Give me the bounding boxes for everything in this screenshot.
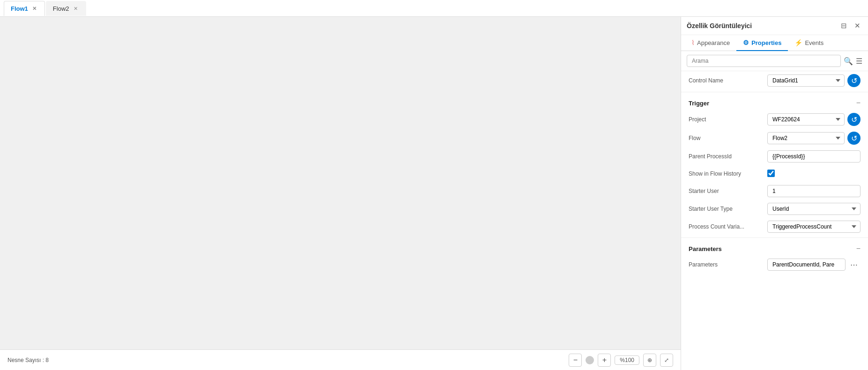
show-history-label: Show in Flow History: [689, 170, 764, 177]
trigger-label: Trigger: [689, 100, 709, 107]
zoom-out-button[interactable]: −: [569, 354, 582, 367]
flow-refresh[interactable]: ↺: [847, 132, 861, 145]
project-label: Project: [689, 116, 764, 123]
zoom-value: %100: [615, 355, 639, 365]
appearance-tab-icon: ⌇: [691, 39, 695, 46]
parent-processid-value-wrapper: [767, 150, 861, 163]
zoom-center-dot: [586, 356, 594, 364]
divider-2: [681, 237, 868, 238]
zoom-in-button[interactable]: +: [598, 354, 611, 367]
canvas-wrapper[interactable]: Doküman 1: [0, 17, 681, 370]
starter-user-type-select[interactable]: UserId: [767, 203, 861, 215]
project-select[interactable]: WF220624: [767, 113, 845, 126]
parameters-value-wrapper: ⋯: [767, 259, 861, 271]
project-row: Project WF220624 ↺: [681, 110, 868, 129]
events-tab-icon: ⚡: [794, 39, 802, 46]
process-count-label: Process Count Varia...: [689, 223, 764, 230]
control-name-label: Control Name: [689, 77, 764, 84]
panel-header-icons: ⊟ ✕: [839, 21, 862, 31]
right-panel: Özellik Görüntüleyici ⊟ ✕ ⌇ Appearance ⚙…: [681, 17, 868, 370]
tab-appearance[interactable]: ⌇ Appearance: [685, 35, 736, 51]
parent-processid-label: Parent ProcessId: [689, 153, 764, 160]
trigger-collapse-btn[interactable]: −: [856, 99, 861, 107]
tab-events[interactable]: ⚡ Events: [788, 35, 830, 51]
panel-pin-button[interactable]: ⊟: [839, 21, 849, 31]
starter-user-type-row: Starter User Type UserId: [681, 200, 868, 218]
control-name-refresh[interactable]: ↺: [847, 74, 861, 87]
flow-label: Flow: [689, 135, 764, 141]
parameters-section-header: Parameters −: [681, 240, 868, 256]
flow-value-wrapper: Flow2 ↺: [767, 132, 861, 145]
object-count: Nesne Sayısı : 8: [7, 357, 49, 363]
starter-user-input[interactable]: [767, 185, 861, 197]
starter-user-type-label: Starter User Type: [689, 206, 764, 212]
panel-title: Özellik Görüntüleyici: [687, 22, 752, 30]
parameters-row: Parameters ⋯: [681, 256, 868, 274]
tab-flow1-label: Flow1: [11, 5, 28, 12]
project-value-wrapper: WF220624 ↺: [767, 113, 861, 126]
control-name-select[interactable]: DataGrid1: [767, 74, 845, 87]
flow-select[interactable]: Flow2: [767, 132, 845, 144]
zoom-fit-button[interactable]: ⊕: [643, 354, 656, 367]
parameters-collapse-btn[interactable]: −: [856, 244, 861, 253]
parameters-label: Parameters: [689, 245, 722, 252]
starter-user-label: Starter User: [689, 188, 764, 194]
process-count-row: Process Count Varia... TriggeredProcessC…: [681, 218, 868, 236]
control-name-value-wrapper: DataGrid1 ↺: [767, 74, 861, 87]
panel-header: Özellik Görüntüleyici ⊟ ✕: [681, 17, 868, 35]
parent-processid-input[interactable]: [767, 150, 861, 163]
parent-processid-row: Parent ProcessId: [681, 148, 868, 165]
process-count-value-wrapper: TriggeredProcessCount: [767, 221, 861, 233]
tab-appearance-label: Appearance: [697, 39, 730, 46]
panel-tabs: ⌇ Appearance ⚙ Properties ⚡ Events: [681, 35, 868, 51]
control-name-row: Control Name DataGrid1 ↺: [681, 71, 868, 90]
tab-flow2-label: Flow2: [53, 5, 69, 12]
trigger-section-header: Trigger −: [681, 94, 868, 110]
zoom-fullscreen-button[interactable]: ⤢: [660, 354, 673, 367]
main-area: Doküman 1: [0, 17, 868, 370]
search-input[interactable]: [687, 55, 841, 67]
tab-flow1-close[interactable]: ✕: [31, 5, 38, 12]
properties-tab-icon: ⚙: [743, 39, 749, 46]
tab-flow2[interactable]: Flow2 ✕: [46, 1, 86, 16]
tab-bar: Flow1 ✕ Flow2 ✕: [0, 0, 868, 17]
starter-user-row: Starter User: [681, 182, 868, 200]
parameters-dots-button[interactable]: ⋯: [847, 259, 861, 270]
tab-flow1[interactable]: Flow1 ✕: [4, 1, 45, 16]
bottom-bar: Nesne Sayısı : 8 − + %100 ⊕ ⤢: [0, 349, 681, 370]
starter-user-value-wrapper: [767, 185, 861, 197]
project-refresh[interactable]: ↺: [847, 113, 861, 126]
tab-events-label: Events: [805, 39, 823, 46]
layout-toggle-button[interactable]: ☰: [856, 57, 862, 66]
flow-row: Flow Flow2 ↺: [681, 129, 868, 148]
tab-properties[interactable]: ⚙ Properties: [736, 35, 788, 51]
parameters-input[interactable]: [767, 259, 846, 271]
show-history-checkbox[interactable]: [767, 170, 775, 177]
panel-close-button[interactable]: ✕: [853, 21, 862, 31]
zoom-controls: − + %100 ⊕ ⤢: [569, 354, 673, 367]
starter-user-type-value-wrapper: UserId: [767, 203, 861, 215]
tab-properties-label: Properties: [751, 39, 781, 46]
tab-flow2-close[interactable]: ✕: [72, 5, 79, 12]
show-history-value-wrapper: [767, 170, 861, 178]
search-button[interactable]: 🔍: [844, 57, 853, 66]
parameters-field-label: Parameters: [689, 261, 764, 268]
panel-body: Control Name DataGrid1 ↺ Trigger −: [681, 71, 868, 370]
divider-1: [681, 92, 868, 92]
panel-search-bar: 🔍 ☰: [681, 51, 868, 71]
show-history-row: Show in Flow History: [681, 165, 868, 182]
process-count-select[interactable]: TriggeredProcessCount: [767, 221, 861, 233]
